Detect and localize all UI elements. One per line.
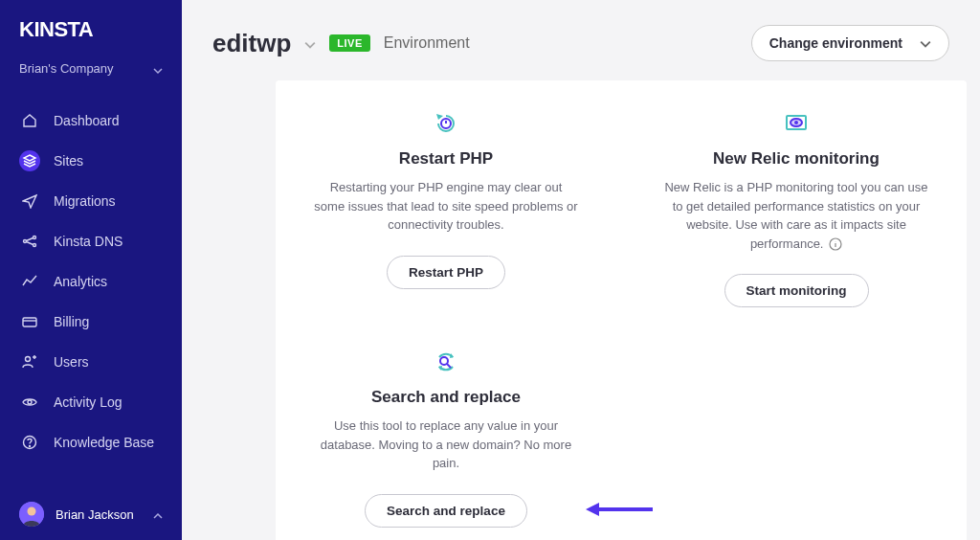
sidebar: KINSTA Brian's Company Dashboard Sites M… (0, 0, 182, 540)
restart-icon (432, 109, 460, 138)
layers-icon (22, 153, 37, 169)
environment-badge: LIVE (329, 34, 369, 52)
sidebar-item-dashboard[interactable]: Dashboard (0, 101, 182, 141)
svg-point-13 (794, 121, 798, 124)
card-icon (22, 314, 37, 329)
tools-panel: Restart PHP Restarting your PHP engine m… (276, 80, 967, 540)
start-monitoring-button[interactable]: Start monitoring (724, 274, 869, 307)
nav-label: Users (54, 354, 89, 370)
restart-php-button[interactable]: Restart PHP (387, 256, 505, 289)
card-title: Search and replace (371, 388, 521, 407)
chevron-up-icon (153, 509, 163, 519)
sidebar-item-activity[interactable]: Activity Log (0, 382, 182, 422)
callout-arrow-icon (586, 501, 653, 522)
monitor-icon (782, 109, 811, 138)
svg-rect-3 (23, 318, 36, 326)
nav-label: Dashboard (54, 113, 120, 128)
eye-icon (22, 394, 37, 410)
search-replace-button[interactable]: Search and replace (365, 494, 527, 528)
nav-label: Sites (54, 153, 83, 169)
nav-label: Activity Log (54, 394, 122, 410)
sidebar-item-users[interactable]: Users (0, 342, 182, 382)
avatar (19, 502, 44, 527)
svg-point-7 (30, 446, 31, 447)
search-replace-icon (432, 348, 460, 376)
sidebar-item-sites[interactable]: Sites (0, 141, 182, 181)
page-header: editwp LIVE Environment Change environme… (182, 0, 980, 80)
svg-point-4 (26, 357, 31, 362)
site-name: editwp (212, 29, 291, 58)
svg-point-1 (33, 236, 36, 239)
card-title: New Relic monitoring (713, 149, 880, 169)
sidebar-item-knowledge[interactable]: Knowledge Base (0, 422, 182, 462)
info-icon[interactable] (829, 237, 842, 251)
nav-label: Kinsta DNS (54, 234, 122, 249)
company-selector[interactable]: Brian's Company (0, 52, 182, 93)
help-icon (22, 435, 37, 450)
environment-label: Environment (384, 34, 470, 52)
username: Brian Jackson (56, 507, 134, 522)
card-description: New Relic is a PHP monitoring tool you c… (664, 178, 928, 253)
home-icon (22, 113, 37, 128)
sidebar-item-billing[interactable]: Billing (0, 302, 182, 342)
brand-logo: KINSTA (0, 0, 182, 52)
company-name: Brian's Company (19, 61, 114, 76)
airplane-icon (22, 193, 37, 209)
newrelic-card: New Relic monitoring New Relic is a PHP … (664, 109, 928, 307)
change-environment-button[interactable]: Change environment (751, 25, 949, 61)
change-env-label: Change environment (769, 35, 902, 51)
sidebar-item-migrations[interactable]: Migrations (0, 181, 182, 221)
users-icon (22, 354, 37, 370)
restart-php-card: Restart PHP Restarting your PHP engine m… (314, 109, 578, 307)
svg-point-9 (28, 507, 36, 516)
card-title: Restart PHP (399, 149, 493, 169)
nav-label: Migrations (54, 193, 116, 209)
card-description: Use this tool to replace any value in yo… (314, 416, 578, 473)
nav-label: Billing (54, 314, 89, 329)
card-description: Restarting your PHP engine may clear out… (314, 178, 578, 235)
chevron-down-icon[interactable] (304, 37, 316, 49)
main-content: editwp LIVE Environment Change environme… (182, 0, 980, 540)
svg-point-5 (28, 400, 32, 404)
sidebar-nav: Dashboard Sites Migrations Kinsta DNS An… (0, 93, 182, 488)
empty-cell (664, 348, 928, 528)
nav-label: Analytics (54, 274, 107, 289)
svg-point-2 (33, 244, 36, 247)
search-replace-card: Search and replace Use this tool to repl… (314, 348, 578, 528)
nav-label: Knowledge Base (54, 435, 154, 450)
chevron-down-icon (153, 64, 163, 74)
chevron-down-icon (920, 37, 931, 49)
svg-point-15 (440, 357, 448, 365)
sidebar-item-dns[interactable]: Kinsta DNS (0, 221, 182, 261)
chart-icon (22, 274, 37, 289)
sidebar-item-analytics[interactable]: Analytics (0, 261, 182, 302)
svg-point-0 (24, 240, 27, 243)
network-icon (22, 234, 37, 249)
user-menu[interactable]: Brian Jackson (0, 488, 182, 540)
